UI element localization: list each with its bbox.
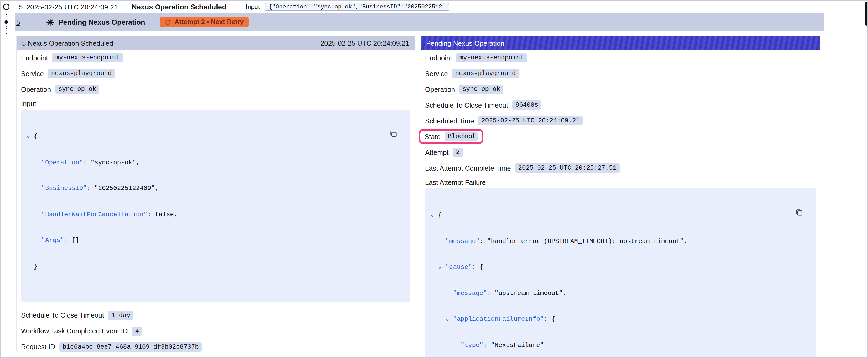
json-text: : {	[544, 316, 555, 323]
field-label: Schedule To Close Timeout	[21, 311, 104, 319]
field-service: Service nexus-playground	[17, 66, 414, 82]
json-line: "type": "NexusFailure"	[430, 341, 810, 350]
state-annotation-callout: State Blocked	[419, 129, 484, 144]
json-text: : "sync-op-ok",	[83, 159, 140, 166]
collapse-caret[interactable]: ⌄	[438, 263, 442, 270]
scheduled-panel-timestamp: 2025-02-25 UTC 20:24:09.21	[320, 39, 409, 47]
json-line: "message": "upstream timeout",	[430, 289, 810, 298]
field-schedule-to-close: Schedule To Close Timeout 1 day	[17, 307, 414, 323]
event-title: Nexus Operation Scheduled	[132, 3, 226, 11]
json-text: : "20250225122409",	[87, 185, 159, 192]
field-label: Schedule To Close Timeout	[425, 101, 508, 109]
field-label: Attempt	[425, 148, 449, 156]
field-value-badge: nexus-playground	[48, 69, 115, 78]
copy-icon	[795, 208, 803, 216]
scheduled-panel-header: 5 Nexus Operation Scheduled 2025-02-25 U…	[17, 36, 414, 50]
refresh-icon	[165, 19, 172, 26]
event-start-icon	[3, 4, 9, 9]
event-id: 5	[19, 3, 23, 11]
field-value-badge: 4	[132, 326, 142, 336]
field-state: State Blocked	[421, 129, 820, 144]
json-key: "type"	[430, 341, 484, 349]
field-label: Service	[21, 70, 44, 77]
field-label: Workflow Task Completed Event ID	[21, 327, 128, 335]
field-label: Scheduled Time	[425, 117, 474, 125]
json-key: "message"	[430, 290, 487, 297]
json-key: "Args"	[26, 237, 64, 244]
scrollbar-thumb[interactable]	[865, 2, 867, 26]
timeline-gutter	[1, 1, 15, 42]
nexus-icon	[46, 18, 54, 26]
pending-panel-header: Pending Nexus Operation	[421, 36, 820, 50]
field-label: State	[425, 133, 440, 140]
json-text: }	[26, 263, 37, 270]
field-value-badge: 2025-02-25 UTC 20:25:27.51	[515, 163, 620, 173]
event-dot-icon	[4, 20, 8, 24]
timeline-row-scheduled[interactable]: 5 2025-02-25 UTC 20:24:09.21 Nexus Opera…	[15, 1, 824, 13]
json-line: ⌄ "applicationFailureInfo": {	[430, 315, 810, 324]
scheduled-event-panel: 5 Nexus Operation Scheduled 2025-02-25 U…	[16, 36, 415, 351]
json-key: "applicationFailureInfo"	[449, 316, 544, 323]
state-badge: Blocked	[445, 132, 477, 141]
retry-attempt-badge: Attempt 2 • Next Retry	[160, 17, 249, 27]
input-preview-chip[interactable]: {"Operation":"sync-op-ok","BusinessID":"…	[265, 3, 449, 11]
field-operation: Operation sync-op-ok	[421, 82, 820, 97]
json-text: {	[30, 133, 37, 140]
failure-section-label: Last Attempt Failure	[421, 176, 820, 189]
field-endpoint: Endpoint my-nexus-endpoint	[17, 50, 414, 66]
field-operation: Operation sync-op-ok	[17, 82, 414, 97]
field-wft-completed-event-id: Workflow Task Completed Event ID 4	[17, 323, 414, 339]
event-timestamp: 2025-02-25 UTC 20:24:09.21	[26, 3, 118, 11]
copy-button[interactable]	[390, 114, 405, 153]
json-line: ⌄ {	[26, 132, 404, 141]
json-text: : "handler error (UPSTREAM_TIMEOUT): ups…	[479, 237, 687, 245]
field-value-badge: 2	[453, 148, 463, 157]
json-key: "HandlerWaitForCancellation"	[26, 211, 147, 218]
failure-json-block: ⌄ { "message": "handler error (UPSTREAM_…	[425, 189, 816, 358]
field-label: Operation	[425, 85, 455, 93]
collapse-caret[interactable]: ⌄	[26, 132, 30, 140]
field-endpoint-id: Endpoint ID 3c0c75ccfa8144b092c13ce63246…	[17, 355, 414, 358]
field-value-badge: b1c6a4bc-8ee7-468a-9169-df3b02c8737b	[59, 342, 202, 352]
field-value-badge: sync-op-ok	[459, 85, 503, 94]
field-label: Request ID	[21, 343, 55, 351]
field-label: Last Attempt Failure	[425, 178, 486, 186]
field-attempt: Attempt 2	[421, 144, 820, 160]
field-value-badge: my-nexus-endpoint	[52, 53, 123, 62]
json-key: "BusinessID"	[26, 185, 87, 192]
field-label: Service	[425, 70, 448, 77]
json-text: : false,	[147, 211, 178, 218]
timeline-row-pending[interactable]: 5 Pending Nexus Operation Attempt 2 • Ne…	[15, 13, 824, 31]
field-label: Last Attempt Complete Time	[425, 164, 511, 172]
field-request-id: Request ID b1c6a4bc-8ee7-468a-9169-df3b0…	[17, 339, 414, 355]
field-value-badge: 86400s	[512, 100, 541, 110]
json-line: "Operation": "sync-op-ok",	[26, 158, 404, 167]
field-label: Operation	[21, 85, 51, 93]
copy-icon	[390, 130, 398, 137]
event-id-link[interactable]: 5	[16, 18, 20, 26]
field-value-badge: 1 day	[108, 311, 133, 320]
json-line: }	[26, 262, 404, 271]
field-value-badge: my-nexus-endpoint	[456, 53, 527, 62]
pending-operation-panel: Pending Nexus Operation Endpoint my-nexu…	[421, 36, 820, 358]
field-label: Input	[21, 99, 36, 107]
json-key: "message"	[430, 237, 479, 245]
temporal-event-history-screen: 5 2025-02-25 UTC 20:24:09.21 Nexus Opera…	[0, 0, 868, 358]
collapse-caret[interactable]: ⌄	[430, 211, 434, 218]
field-endpoint: Endpoint my-nexus-endpoint	[421, 50, 820, 66]
collapse-caret[interactable]: ⌄	[445, 315, 449, 322]
json-indent	[430, 263, 438, 271]
field-value-badge: sync-op-ok	[55, 85, 99, 94]
json-indent	[430, 316, 445, 323]
field-value-badge: 2025-02-25 UTC 20:24:09.21	[478, 116, 583, 126]
field-scheduled-time: Scheduled Time 2025-02-25 UTC 20:24:09.2…	[421, 113, 820, 129]
json-text: : {	[472, 263, 484, 271]
pending-panel-title: Pending Nexus Operation	[426, 39, 504, 47]
input-label: Input	[246, 3, 259, 10]
pending-event-title: Pending Nexus Operation	[58, 18, 145, 26]
json-key: "cause"	[442, 263, 472, 271]
scheduled-panel-title: 5 Nexus Operation Scheduled	[22, 39, 113, 47]
field-service: Service nexus-playground	[421, 66, 820, 82]
json-line: ⌄ "cause": {	[430, 263, 810, 272]
copy-button[interactable]	[795, 193, 811, 232]
